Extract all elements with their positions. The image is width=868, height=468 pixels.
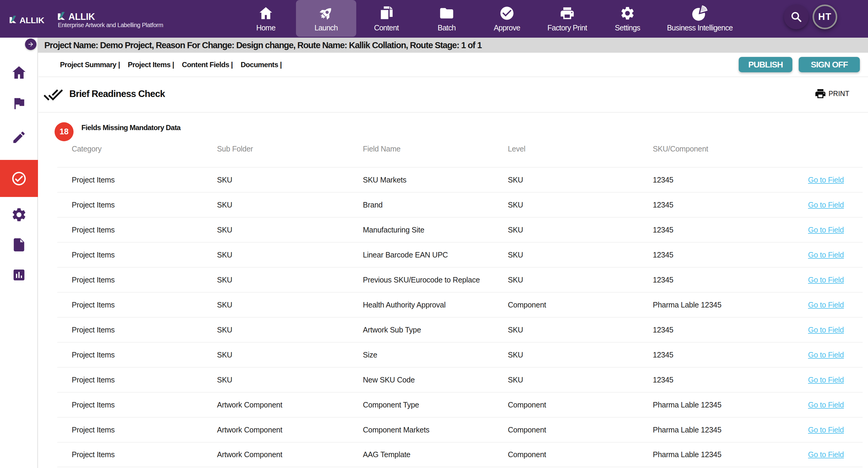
chart-icon <box>12 268 26 282</box>
double-check-icon <box>43 88 63 102</box>
go-to-field-link[interactable]: Go to Field <box>808 401 844 409</box>
search-icon <box>790 11 802 23</box>
kallik-logo-main[interactable]: ALLIK Enterprise Artwork and Labelling P… <box>58 10 163 29</box>
go-to-field-link[interactable]: Go to Field <box>808 275 844 284</box>
page-title: Brief Readiness Check <box>69 88 165 100</box>
table-cell: Health Authority Approval <box>363 301 508 309</box>
table-cell: Artwork Component <box>217 426 363 434</box>
gear-icon <box>11 207 27 223</box>
table-cell: Previous SKU/Eurocode to Replace <box>363 275 508 284</box>
missing-fields-table: Project ItemsSKUSKU MarketsSKU12345Go to… <box>57 167 863 467</box>
table-cell: SKU <box>217 275 363 284</box>
project-info-bar: Project Name: Demo Project, Reason For C… <box>38 38 868 53</box>
table-cell: New SKU Code <box>363 375 508 384</box>
avatar-initials: HT <box>818 11 832 22</box>
sidebar-item-readiness-active[interactable] <box>0 160 38 197</box>
column-header-sub-folder: Sub Folder <box>217 144 363 153</box>
table-cell: SKU <box>217 326 363 334</box>
table-cell: Project Items <box>72 326 217 334</box>
table-cell: 12345 <box>653 201 808 209</box>
print-button[interactable]: PRINT <box>814 86 849 101</box>
go-to-field-link[interactable]: Go to Field <box>808 350 844 359</box>
go-to-field-link[interactable]: Go to Field <box>808 301 844 309</box>
sidebar-item-document[interactable] <box>0 237 38 253</box>
sidebar-item-home[interactable] <box>0 64 38 81</box>
sidebar-item-flag[interactable] <box>0 96 38 111</box>
go-to-field-link[interactable]: Go to Field <box>808 450 844 459</box>
nav-item-factory-print[interactable]: Factory Print <box>537 0 597 38</box>
nav-item-content[interactable]: Content <box>356 0 416 38</box>
nav-item-business-intelligence[interactable]: Business Intelligence <box>658 0 742 38</box>
nav-item-launch[interactable]: Launch <box>296 0 356 37</box>
table-cell: SKU <box>217 301 363 309</box>
arrow-right-icon <box>27 41 34 47</box>
missing-fields-title: Fields Missing Mandatory Data <box>82 122 181 133</box>
go-to-field-link[interactable]: Go to Field <box>808 226 844 234</box>
table-cell: Project Items <box>72 275 217 284</box>
go-to-field-link[interactable]: Go to Field <box>808 375 844 384</box>
table-cell: SKU <box>217 350 363 359</box>
sidebar-item-reports[interactable] <box>0 268 38 282</box>
nav-label: Content <box>374 24 399 32</box>
table-cell: Project Items <box>72 226 217 234</box>
nav-label: Settings <box>615 24 640 32</box>
table-cell: SKU <box>508 175 653 184</box>
table-cell: Linear Barcode EAN UPC <box>363 250 508 259</box>
search-button[interactable] <box>784 4 809 29</box>
top-nav: HomeLaunchContentBatchApproveFactory Pri… <box>236 0 742 38</box>
publish-button[interactable]: PUBLISH <box>739 57 792 72</box>
nav-item-settings[interactable]: Settings <box>597 0 658 38</box>
table-row: Project ItemsSKUNew SKU CodeSKU12345Go t… <box>57 367 863 392</box>
signoff-button[interactable]: SIGN OFF <box>799 57 860 72</box>
go-to-field-link[interactable]: Go to Field <box>808 175 844 184</box>
subnav-links: Project Summary |Project Items |Content … <box>60 53 282 76</box>
table-cell-link: Go to Field <box>808 326 844 334</box>
table-cell: 12345 <box>653 375 808 384</box>
nav-item-home[interactable]: Home <box>236 0 296 38</box>
table-cell: SKU <box>217 175 363 184</box>
table-cell: 12345 <box>653 275 808 284</box>
table-cell: SKU <box>217 226 363 234</box>
go-to-field-link[interactable]: Go to Field <box>808 426 844 434</box>
go-to-field-link[interactable]: Go to Field <box>808 326 844 334</box>
go-to-field-link[interactable]: Go to Field <box>808 250 844 259</box>
table-cell-link: Go to Field <box>808 375 844 384</box>
kallik-app: ALLIK ALLIK Enterprise Artwork and Label… <box>0 0 868 468</box>
table-cell: SKU <box>508 201 653 209</box>
nav-item-batch[interactable]: Batch <box>416 0 477 38</box>
subnav-link-content-fields[interactable]: Content Fields | <box>182 61 233 69</box>
subnav-link-documents[interactable]: Documents | <box>241 61 281 69</box>
table-cell: SKU <box>508 375 653 384</box>
missing-count: 18 <box>59 127 68 136</box>
sidebar-item-edit[interactable] <box>0 130 38 145</box>
table-cell-link: Go to Field <box>808 201 844 209</box>
printer-icon <box>814 88 827 100</box>
table-cell: 12345 <box>653 350 808 359</box>
table-cell: Component Type <box>363 401 508 409</box>
table-cell: Component <box>508 401 653 409</box>
table-cell-link: Go to Field <box>808 275 844 284</box>
nav-label: Approve <box>494 24 520 32</box>
home-icon <box>11 64 27 81</box>
subnav-link-project-items[interactable]: Project Items | <box>128 61 174 69</box>
pie-icon <box>692 5 708 21</box>
subnav-link-project-summary[interactable]: Project Summary | <box>60 61 120 69</box>
user-avatar[interactable]: HT <box>812 4 837 29</box>
table-cell: SKU <box>217 201 363 209</box>
table-row: Project ItemsArtwork ComponentComponent … <box>57 417 863 442</box>
table-row: Project ItemsArtwork ComponentComponent … <box>57 392 863 417</box>
table-cell: 12345 <box>653 250 808 259</box>
table-cell: SKU <box>508 350 653 359</box>
kallik-logo-icon[interactable]: ALLIK <box>10 13 45 23</box>
column-header-sku-component: SKU/Component <box>653 144 808 153</box>
table-row: Project ItemsSKULinear Barcode EAN UPCSK… <box>57 242 863 267</box>
nav-item-approve[interactable]: Approve <box>477 0 537 38</box>
table-cell: Brand <box>363 201 508 209</box>
project-info-text: Project Name: Demo Project, Reason For C… <box>44 40 482 50</box>
go-to-field-link[interactable]: Go to Field <box>808 201 844 209</box>
table-cell: 12345 <box>653 326 808 334</box>
sidebar-item-settings[interactable] <box>0 207 38 223</box>
column-header-level: Level <box>508 144 653 153</box>
collapse-arrow-button[interactable] <box>25 38 36 50</box>
table-cell: Component <box>508 450 653 459</box>
